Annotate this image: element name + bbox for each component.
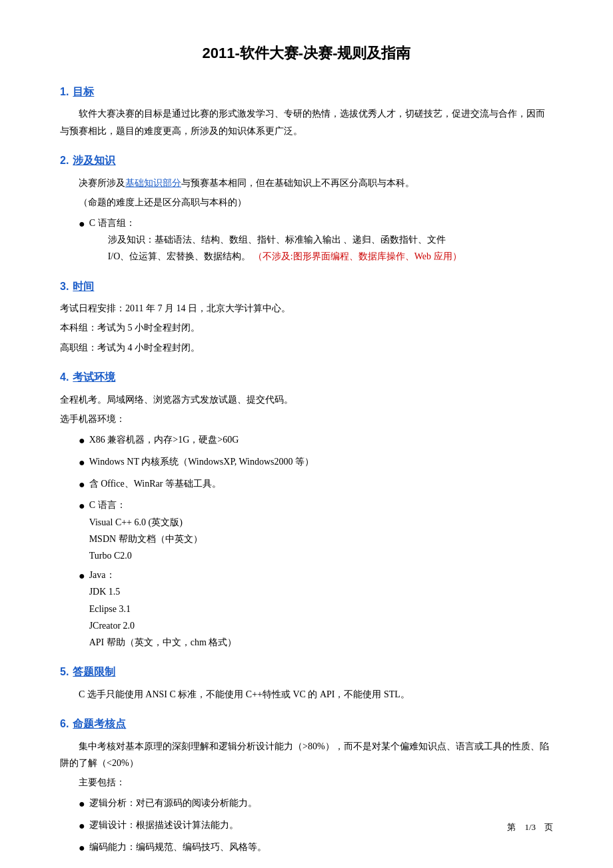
section-4-sub-intro: 选手机器环境： (60, 411, 553, 427)
bullet-icon-java: ● (79, 567, 85, 586)
section-2-body: 决赛所涉及基础知识部分与预赛基本相同，但在基础知识上不再区分高职与本科。 (60, 175, 553, 191)
section-3-line2: 本科组：考试为 5 小时全程封闭。 (60, 319, 553, 336)
section-6-line2: 主要包括： (60, 774, 553, 791)
section-3-number: 3. (60, 277, 69, 297)
section-4-c-item2: Turbo C2.0 (89, 551, 132, 561)
section-4-bullet-2-text: 含 Office、WinRar 等基础工具。 (89, 475, 221, 492)
section-3-header: 3. 时间 (60, 277, 553, 297)
bullet-icon-2: ● (79, 475, 85, 495)
section-1-title: 目标 (73, 83, 94, 102)
section-4-java-item0: JDK 1.5 (89, 587, 121, 597)
section-4-java-label: Java： (89, 570, 115, 580)
section-2-group-c: ● C 语言组： 涉及知识：基础语法、结构、数组、指针、标准输入输出 、递归、函… (79, 215, 553, 265)
section-5-number: 5. (60, 663, 69, 682)
section-2-group-c-content: C 语言组： 涉及知识：基础语法、结构、数组、指针、标准输入输出 、递归、函数指… (89, 215, 462, 265)
section-2-title: 涉及知识 (73, 151, 115, 171)
section-4-java-item2: JCreator 2.0 (89, 621, 135, 631)
section-4-header: 4. 考试环境 (60, 368, 553, 387)
page-title: 2011-软件大赛-决赛-规则及指南 (60, 40, 553, 67)
bullet-icon-0: ● (79, 431, 85, 451)
footer-suffix: 页 (544, 822, 553, 832)
section-4-java-item1: Eclipse 3.1 (89, 604, 131, 614)
section-4-bullet-c: ● C 语言： Visual C++ 6.0 (英文版) MSDN 帮助文档（中… (79, 497, 553, 564)
section-6-sub-2: ● 编码能力：编码规范、编码技巧、风格等。 (79, 839, 553, 858)
section-1: 1. 目标 软件大赛决赛的目标是通过比赛的形式激发学习、专研的热情，选拔优秀人才… (60, 83, 553, 139)
section-4-bullet-java: ● Java： JDK 1.5 Eclipse 3.1 JCreator 2.0… (79, 567, 553, 651)
footer-text: 第 (507, 822, 516, 832)
section-2-c-label: C 语言组： (89, 218, 135, 228)
section-6: 6. 命题考核点 集中考核对基本原理的深刻理解和逻辑分析设计能力（>80%），而… (60, 715, 553, 858)
section-4-bullet-1: ● Windows NT 内核系统（WindowsXP, Windows2000… (79, 453, 553, 473)
bullet-icon-1: ● (79, 453, 85, 473)
section-4-bullet-1-text: Windows NT 内核系统（WindowsXP, Windows2000 等… (89, 453, 314, 470)
section-4-c-item0: Visual C++ 6.0 (英文版) (89, 517, 183, 527)
section-4-intro: 全程机考。局域网络、浏览器方式发放试题、提交代码。 (60, 391, 553, 408)
section-4-bullet-0: ● X86 兼容机器，内存>1G，硬盘>60G (79, 431, 553, 451)
section-6-sub-2-text: 编码能力：编码规范、编码技巧、风格等。 (89, 839, 267, 855)
section-6-number: 6. (60, 715, 69, 734)
section-4-bullet-2: ● 含 Office、WinRar 等基础工具。 (79, 475, 553, 495)
section-6-sub-1: ● 逻辑设计：根据描述设计算法能力。 (79, 817, 553, 836)
section-5: 5. 答题限制 C 选手只能使用 ANSI C 标准，不能使用 C++特性或 V… (60, 663, 553, 703)
section-1-header: 1. 目标 (60, 83, 553, 102)
section-3-line3: 高职组：考试为 4 小时全程封闭。 (60, 339, 553, 356)
section-2-header: 2. 涉及知识 (60, 151, 553, 171)
section-2-c-red: （不涉及:图形界面编程、数据库操作、Web 应用） (253, 251, 462, 261)
bullet-icon-s2: ● (79, 839, 85, 858)
section-2-c-line1: 涉及知识：基础语法、结构、数组、指针、标准输入输出 、递归、函数指针、文件 (108, 231, 446, 248)
section-4-c-group: C 语言： Visual C++ 6.0 (英文版) MSDN 帮助文档（中英文… (89, 497, 203, 564)
section-6-header: 6. 命题考核点 (60, 715, 553, 734)
bullet-icon-c: ● (79, 215, 85, 234)
bullet-icon-s0: ● (79, 795, 85, 814)
footer-page: 1/3 (524, 822, 536, 832)
section-1-number: 1. (60, 83, 69, 102)
section-1-body: 软件大赛决赛的目标是通过比赛的形式激发学习、专研的热情，选拔优秀人才，切磋技艺，… (60, 105, 553, 139)
section-4-title: 考试环境 (73, 368, 115, 387)
section-4-bullet-0-text: X86 兼容机器，内存>1G，硬盘>60G (89, 431, 239, 448)
section-2-note: （命题的难度上还是区分高职与本科的） (60, 194, 553, 211)
section-6-title: 命题考核点 (73, 715, 126, 734)
section-6-line1: 集中考核对基本原理的深刻理解和逻辑分析设计能力（>80%），而不是对某个偏难知识… (60, 738, 553, 771)
section-4: 4. 考试环境 全程机考。局域网络、浏览器方式发放试题、提交代码。 选手机器环境… (60, 368, 553, 651)
bullet-icon-c2: ● (79, 497, 85, 516)
section-2-number: 2. (60, 151, 69, 171)
section-4-c-item1: MSDN 帮助文档（中英文） (89, 534, 203, 544)
section-2-underline: 基础知识部分 (125, 178, 181, 188)
section-5-header: 5. 答题限制 (60, 663, 553, 682)
section-6-sub-0: ● 逻辑分析：对已有源码的阅读分析能力。 (79, 795, 553, 814)
section-2-c-line2: I/O、位运算、宏替换、数据结构。 （不涉及:图形界面编程、数据库操作、Web … (108, 248, 462, 265)
section-4-java-group: Java： JDK 1.5 Eclipse 3.1 JCreator 2.0 A… (89, 567, 237, 651)
section-6-sub-bullets: ● 逻辑分析：对已有源码的阅读分析能力。 ● 逻辑设计：根据描述设计算法能力。 … (79, 795, 553, 857)
section-2: 2. 涉及知识 决赛所涉及基础知识部分与预赛基本相同，但在基础知识上不再区分高职… (60, 151, 553, 265)
section-2-suffix: 与预赛基本相同，但在基础知识上不再区分高职与本科。 (181, 178, 414, 188)
section-2-group-list: ● C 语言组： 涉及知识：基础语法、结构、数组、指针、标准输入输出 、递归、函… (79, 215, 553, 265)
section-5-title: 答题限制 (73, 663, 115, 682)
bullet-icon-s1: ● (79, 817, 85, 836)
section-4-number: 4. (60, 368, 69, 387)
section-3: 3. 时间 考试日程安排：2011 年 7 月 14 日，北京大学计算中心。 本… (60, 277, 553, 356)
section-3-line1: 考试日程安排：2011 年 7 月 14 日，北京大学计算中心。 (60, 300, 553, 317)
section-4-java-item3: API 帮助（英文，中文，chm 格式） (89, 637, 237, 647)
section-4-bullet-list: ● X86 兼容机器，内存>1G，硬盘>60G ● Windows NT 内核系… (79, 431, 553, 651)
section-6-sub-0-text: 逻辑分析：对已有源码的阅读分析能力。 (89, 795, 257, 811)
section-6-sub-1-text: 逻辑设计：根据描述设计算法能力。 (89, 817, 239, 833)
section-4-c-label: C 语言： (89, 500, 126, 510)
section-2-prefix: 决赛所涉及 (79, 178, 125, 188)
section-5-body: C 选手只能使用 ANSI C 标准，不能使用 C++特性或 VC 的 API，… (60, 686, 553, 703)
section-3-title: 时间 (73, 277, 94, 297)
page-footer: 第 1/3 页 (507, 819, 553, 835)
